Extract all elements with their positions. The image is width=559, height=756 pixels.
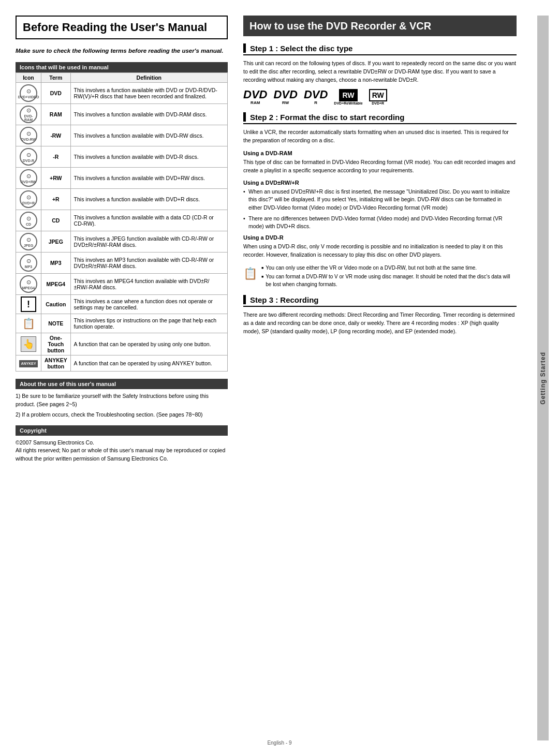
table-def-cell: This involves a function available with … [70,125,227,146]
disc-icons-row: DVD RAM DVD RW DVD R RW DVD+ReWritable R… [243,89,517,105]
icon-label: DVD-RW [21,138,36,141]
disc-icon-circle: ⊙CD [20,212,37,229]
table-icon-cell: ⊙DVD+RW [16,168,41,189]
note-item: You can only use either the VR or Video … [261,264,517,272]
using-dvdrwpr-heading: Using a DVD±RW/+R [243,180,517,186]
table-term-cell: Caution [41,295,71,314]
icon-symbol: ⊙ [26,152,31,158]
disc-rw-label: RW [282,100,289,105]
table-def-cell: This involves a case where a function do… [70,295,227,314]
table-def-cell: This involves a function available with … [70,168,227,189]
dvdrwpr-bullets: When an unused DVD±RW/+R disc is first i… [243,188,517,230]
disc-rw-logo: DVD [273,89,297,100]
table-icon-cell: ⊙DVD-RW [16,125,41,146]
icons-table: Icon Term Definition ⊙DVD+VIDEODVDThis i… [16,72,228,372]
step3-label: Step 3 : Recording [250,295,319,304]
table-def-cell: This involves a function available with … [70,83,227,104]
bullet-item: When an unused DVD±RW/+R disc is first i… [243,188,517,212]
table-def-cell: A function that can be operated by using… [70,333,227,355]
icon-symbol: ⊙ [26,130,31,137]
left-section-title: Before Reading the User's Manual [16,16,228,39]
icon-label: DVD+VIDEO [18,95,39,99]
touch-icon: 👆 [21,336,36,352]
disc-rwplus-r-logo: RW [369,89,387,101]
note-item: You can format a DVD-RW to V or VR mode … [261,273,517,288]
anykey-icon: ANYKEY [19,360,38,367]
icon-label: DVD+RW [21,180,36,184]
icon-label: MP3 [25,265,32,269]
about-header: About the use of this user's manual [16,379,228,389]
step2-bar [243,112,246,122]
icon-symbol: ⊙ [26,194,31,201]
note-items: You can only use either the VR or Video … [261,264,517,290]
icon-label: MPEG4 [22,286,35,290]
using-dvd-ram-body: This type of disc can be formatted in DV… [243,158,517,175]
copyright-header: Copyright [16,425,228,436]
disc-ram-label: RAM [251,100,260,105]
disc-ram: DVD RAM [243,89,267,105]
right-section-title: How to use the DVD Recorder & VCR [243,16,517,36]
disc-ram-logo: DVD [243,89,267,100]
table-term-cell: +RW [41,168,71,189]
table-icon-cell: 👆 [16,333,41,355]
icon-symbol: ⊙ [26,215,31,222]
table-term-cell: -R [41,146,71,168]
table-icon-cell: ⊙JPEG [16,231,41,253]
icon-symbol: ⊙ [26,107,31,114]
table-term-cell: DVD [41,83,71,104]
caution-icon: ! [21,297,36,312]
table-term-cell: JPEG [41,231,71,253]
disc-icon-circle: ⊙DVD+R [20,190,37,208]
table-icon-cell: ⊙DVD-RAM [16,104,41,125]
table-def-cell: This involves a function available with … [70,189,227,210]
disc-icon-circle: ⊙DVD-RW [20,127,37,144]
table-term-cell: +R [41,189,71,210]
note-box: 📋 You can only use either the VR or Vide… [243,264,517,290]
col-term: Term [41,73,71,83]
table-def-cell: This involves a function available with … [70,104,227,125]
disc-r-label: R [314,100,317,105]
table-icon-cell: ANYKEY [16,355,41,372]
step3-body: There are two different recording method… [243,311,517,335]
disc-icon-circle: ⊙DVD-RAM [20,106,37,123]
table-icon-cell: ⊙CD [16,210,41,231]
step3-heading: Step 3 : Recording [243,295,517,307]
table-term-cell: MP3 [41,253,71,274]
table-icon-cell: ! [16,295,41,314]
side-tab: Getting Started [537,16,549,740]
table-def-cell: This involves an MP3 function available … [70,253,227,274]
disc-icon-circle: ⊙DVD+VIDEO [20,84,37,102]
table-def-cell: This involves tips or instructions on th… [70,314,227,333]
col-definition: Definition [70,73,227,83]
left-column: Before Reading the User's Manual Make su… [16,16,238,740]
disc-r-logo: DVD [304,89,328,100]
step2-body: Unlike a VCR, the recorder automatically… [243,128,517,145]
disc-icon-circle: ⊙MPEG4 [20,275,37,293]
disc-icon-circle: ⊙JPEG [20,233,37,250]
table-icon-cell: ⊙DVD+VIDEO [16,83,41,104]
disc-icon-circle: ⊙DVD+RW [20,169,37,187]
icon-symbol: ⊙ [26,88,31,95]
subtitle: Make sure to check the following terms b… [16,47,228,55]
col-icon: Icon [16,73,41,83]
using-dvdr-body: When using a DVD-R disc, only V mode rec… [243,243,517,259]
icon-symbol: ⊙ [26,279,31,286]
side-tab-text: Getting Started [539,352,547,405]
table-term-cell: -RW [41,125,71,146]
disc-rw: DVD RW [273,89,297,105]
table-def-cell: This involves a JPEG function available … [70,231,227,253]
table-def-cell: This involves a function available with … [70,210,227,231]
disc-rw-filled-logo: RW [339,89,357,101]
table-term-cell: NOTE [41,314,71,333]
table-term-cell: MPEG4 [41,274,71,295]
table-icon-cell: ⊙DVD+R [16,189,41,210]
step3-bar [243,295,246,304]
step1-body: This unit can record on the following ty… [243,60,517,84]
table-term-cell: One-Touch button [41,333,71,355]
step1-heading: Step 1 : Select the disc type [243,43,517,55]
disc-icon-circle: ⊙MP3 [20,254,37,272]
about-list-item: 2) If a problem occurs, check the Troubl… [16,411,228,419]
icon-symbol: ⊙ [26,236,31,243]
disc-rwplus-r-label: DVD+R [372,101,384,105]
step2-label: Step 2 : Format the disc to start record… [250,113,404,122]
